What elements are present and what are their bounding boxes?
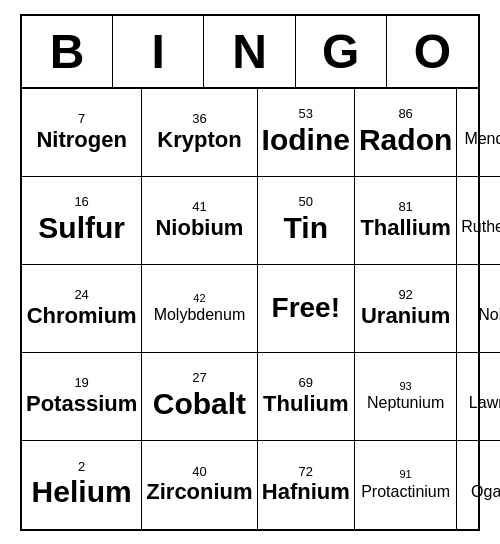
cell-number: 16 [74,194,88,210]
bingo-letter-o: O [387,16,478,87]
bingo-letter-n: N [204,16,295,87]
cell-name: Zirconium [146,479,252,505]
bingo-cell-21: 40 Zirconium [142,441,257,529]
cell-number: 41 [192,199,206,215]
bingo-cell-15: 19 Potassium [22,353,142,441]
bingo-letter-g: G [296,16,387,87]
cell-name: Hafnium [262,479,350,505]
bingo-cell-17: 69 Thulium [258,353,355,441]
bingo-cell-24: 118 Oganesson [457,441,500,529]
cell-number: 93 [399,380,411,393]
cell-number: 42 [193,292,205,305]
cell-number: 40 [192,464,206,480]
bingo-cell-1: 36 Krypton [142,89,257,177]
cell-number: 27 [192,370,206,386]
cell-name: Lawrencium [469,393,500,412]
bingo-cell-8: 81 Thallium [355,177,457,265]
free-space: Free! [272,292,340,324]
cell-name: Protactinium [361,482,450,501]
bingo-cell-2: 53 Iodine [258,89,355,177]
cell-number: 86 [398,106,412,122]
bingo-cell-7: 50 Tin [258,177,355,265]
bingo-cell-6: 41 Niobium [142,177,257,265]
bingo-cell-5: 16 Sulfur [22,177,142,265]
cell-number: 36 [192,111,206,127]
cell-number: 7 [78,111,85,127]
bingo-cell-11: 42 Molybdenum [142,265,257,353]
cell-name: Thallium [360,215,450,241]
bingo-card: BINGO 7 Nitrogen 36 Krypton 53 Iodine 86… [20,14,480,531]
bingo-cell-12: Free! [258,265,355,353]
cell-name: Neptunium [367,393,444,412]
cell-name: Niobium [155,215,243,241]
bingo-cell-3: 86 Radon [355,89,457,177]
cell-name: Iodine [262,122,350,158]
bingo-header: BINGO [22,16,478,89]
cell-name: Potassium [26,391,137,417]
bingo-grid: 7 Nitrogen 36 Krypton 53 Iodine 86 Radon… [22,89,478,529]
cell-name: Nobelium [478,305,500,324]
bingo-letter-i: I [113,16,204,87]
bingo-cell-4: 101 Mendelevium [457,89,500,177]
cell-number: 69 [299,375,313,391]
cell-name: Oganesson [471,482,500,501]
cell-name: Cobalt [153,386,246,422]
cell-name: Nitrogen [36,127,126,153]
bingo-cell-23: 91 Protactinium [355,441,457,529]
bingo-cell-13: 92 Uranium [355,265,457,353]
cell-name: Sulfur [38,210,125,246]
cell-number: 81 [398,199,412,215]
cell-number: 53 [299,106,313,122]
bingo-cell-9: 104 Rutherfordium [457,177,500,265]
bingo-letter-b: B [22,16,113,87]
cell-number: 72 [299,464,313,480]
cell-number: 91 [399,468,411,481]
cell-name: Thulium [263,391,349,417]
bingo-cell-20: 2 Helium [22,441,142,529]
bingo-cell-19: 103 Lawrencium [457,353,500,441]
bingo-cell-22: 72 Hafnium [258,441,355,529]
cell-name: Tin [284,210,328,246]
cell-name: Molybdenum [154,305,246,324]
bingo-cell-14: 102 Nobelium [457,265,500,353]
cell-name: Radon [359,122,452,158]
cell-number: 19 [74,375,88,391]
cell-number: 92 [398,287,412,303]
bingo-cell-18: 93 Neptunium [355,353,457,441]
cell-number: 24 [74,287,88,303]
cell-name: Krypton [157,127,241,153]
cell-name: Rutherfordium [461,217,500,236]
cell-name: Chromium [27,303,137,329]
cell-name: Mendelevium [464,129,500,148]
cell-number: 2 [78,459,85,475]
cell-name: Helium [32,474,132,510]
bingo-cell-10: 24 Chromium [22,265,142,353]
cell-name: Uranium [361,303,450,329]
bingo-cell-0: 7 Nitrogen [22,89,142,177]
bingo-cell-16: 27 Cobalt [142,353,257,441]
cell-number: 50 [299,194,313,210]
